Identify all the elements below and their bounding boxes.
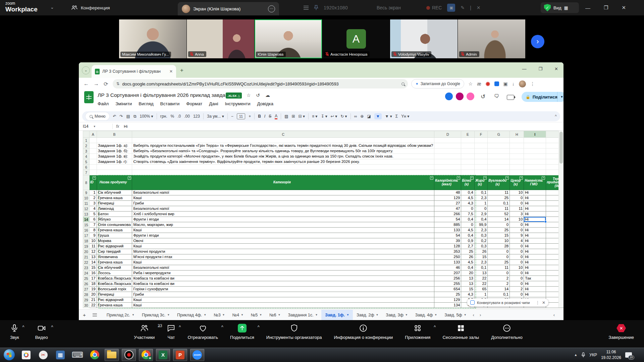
sheets-app-icon[interactable] (84, 91, 94, 103)
cell-H20[interactable]: 0 (510, 249, 524, 254)
browser-menu-dots-icon[interactable]: ⋮ (530, 81, 535, 86)
filter-funnel-icon[interactable] (470, 176, 474, 180)
sheet-tab-Завдання 1с.[interactable]: Завдання 1с.▼ (284, 310, 321, 320)
cell-E3[interactable] (461, 148, 474, 154)
cell-I19[interactable]: Ні (524, 244, 546, 249)
filter-funnel-icon[interactable] (430, 176, 433, 180)
cell-D12[interactable]: 47 (434, 206, 461, 212)
download-icon[interactable]: ↓ (512, 81, 515, 86)
cell-C30[interactable]: Каші (132, 303, 434, 308)
cell-I17[interactable]: Ні (524, 233, 546, 238)
audio-button[interactable]: ^Звук (10, 323, 19, 340)
cell-E9[interactable]: 0,4 (461, 190, 474, 195)
filter-funnel-icon[interactable] (93, 176, 96, 180)
search-icon[interactable] (401, 82, 405, 85)
row-header-24[interactable]: 24 (83, 270, 90, 276)
cell-H14[interactable]: 10 (510, 217, 524, 222)
paint-format-icon[interactable]: ⧉ (133, 114, 137, 119)
participant-tile[interactable]: Admin (458, 19, 526, 58)
cell-D25[interactable]: 256 (434, 276, 461, 281)
cell-I8[interactable]: Наявність ГМО (524, 175, 546, 190)
cell-H7[interactable] (510, 170, 524, 175)
cell-A25[interactable]: 17 (89, 276, 97, 281)
cell-I24[interactable]: Ні (524, 270, 546, 276)
cell-H9[interactable]: 10 (510, 190, 524, 195)
cell-F1[interactable] (474, 138, 488, 143)
browser-close-button[interactable]: ✕ (554, 66, 558, 71)
cell-I6[interactable] (524, 165, 546, 170)
column-header-E[interactable]: E (461, 131, 474, 138)
cell-D15[interactable]: 885 (434, 222, 461, 228)
cell-G5[interactable] (488, 159, 510, 165)
cell-A9[interactable]: 1 (89, 190, 97, 195)
special-functions[interactable]: Yн ▾ (401, 114, 409, 119)
cell-E1[interactable] (461, 138, 474, 143)
cell-A26[interactable]: 18 (89, 281, 97, 287)
menu-Інструменти[interactable]: Інструменти (225, 101, 250, 106)
toolbar-collapse-icon[interactable]: ^ (555, 114, 557, 119)
cell-D14[interactable]: 54 (434, 217, 461, 222)
apps-button[interactable]: ^Приложения (405, 323, 430, 340)
browser-restore-button[interactable]: ❐ (538, 66, 542, 71)
row-header-28[interactable]: 28 (83, 292, 90, 297)
chevron-down-icon[interactable]: ⌄ (50, 5, 54, 10)
formula-value[interactable]: Ні (124, 124, 127, 128)
cell-C17[interactable]: Фрукти і ягоди (132, 233, 434, 238)
cell-H25[interactable]: 0 (510, 276, 524, 281)
cell-E18[interactable]: 0,9 (461, 238, 474, 244)
cell-B3[interactable]: Завдання 1ф. б): (97, 148, 132, 154)
cell-H17[interactable]: 9 (510, 233, 524, 238)
cell-D26[interactable]: 255 (434, 281, 461, 287)
cell-B26[interactable]: Ковбаса Лікарська (97, 281, 132, 287)
cell-D2[interactable] (434, 143, 461, 148)
taskbar-powerpoint-icon[interactable]: P (173, 349, 187, 361)
filter-funnel-icon[interactable] (457, 176, 460, 180)
site-settings-icon[interactable]: ⇅ (116, 81, 119, 86)
cell-F27[interactable]: 65 (474, 287, 488, 292)
cell-A15[interactable]: 7 (89, 222, 97, 228)
more-formats[interactable]: 123 (193, 114, 200, 119)
cell-E17[interactable]: 0,4 (461, 233, 474, 238)
more-button[interactable]: Дополнительно (491, 323, 523, 340)
cell-C8[interactable]: Категорія (132, 175, 434, 190)
cell-E5[interactable] (461, 159, 474, 165)
column-header-C[interactable]: C (132, 131, 434, 138)
cell-C22[interactable]: Каші (132, 260, 434, 265)
cell-C27[interactable]: Горіхи і сухофрукти (132, 287, 434, 292)
row-header-12[interactable]: 12 (83, 206, 90, 212)
view-button[interactable]: ✓ Вид ▦ (541, 2, 579, 13)
taskbar-chrome-icon[interactable] (88, 349, 102, 361)
cell-E26[interactable]: 13 (461, 281, 474, 287)
cell-I1[interactable] (524, 138, 546, 143)
print-icon[interactable]: ▤ (126, 114, 130, 119)
cell-C14[interactable]: Фрукти і ягоди (132, 217, 434, 222)
cell-B17[interactable]: Груша (97, 233, 132, 238)
currency-format[interactable]: грн. (160, 114, 167, 119)
cell-F2[interactable] (474, 143, 488, 148)
cell-H8[interactable]: Цукор (г) (510, 175, 524, 190)
cell-I14[interactable]: Ні (524, 217, 546, 222)
participant-tile[interactable]: Volodymyr Vasyliv (390, 19, 458, 58)
borders-icon[interactable]: ⊞ (292, 114, 295, 119)
column-header-I[interactable]: I (524, 131, 546, 138)
cell-B18[interactable]: Морква (97, 238, 132, 244)
taskbar-calculator-icon[interactable]: ▦ (53, 349, 67, 361)
cell-F20[interactable]: 26 (474, 249, 488, 254)
tabs-scroll-right-icon[interactable]: › (480, 312, 481, 317)
cell-F5[interactable] (474, 159, 488, 165)
fill-color-icon[interactable]: ▨ (284, 114, 288, 119)
increase-decimals[interactable]: .00 (184, 114, 190, 119)
cell-D9[interactable]: 48 (434, 190, 461, 195)
sheet-tab-Приклад 3с.[interactable]: Приклад 3с.▼ (138, 310, 173, 320)
row-header-18[interactable]: 18 (83, 238, 90, 244)
cell-B5[interactable]: Завдання 1ф. г): (97, 159, 132, 165)
next-participants-button[interactable]: › (531, 35, 544, 48)
cell-B20[interactable]: Сир твердий (97, 249, 132, 254)
back-icon[interactable]: ← (84, 81, 89, 87)
cell-F7[interactable] (474, 170, 488, 175)
cell-A2[interactable] (89, 143, 97, 148)
sheet-tab-Завд. 3ф[interactable]: Завд. 3ф▼ (382, 310, 411, 320)
share-dropdown-icon[interactable]: ▼ (557, 92, 564, 102)
cell-D7[interactable] (434, 170, 461, 175)
cell-E20[interactable]: 25 (461, 249, 474, 254)
